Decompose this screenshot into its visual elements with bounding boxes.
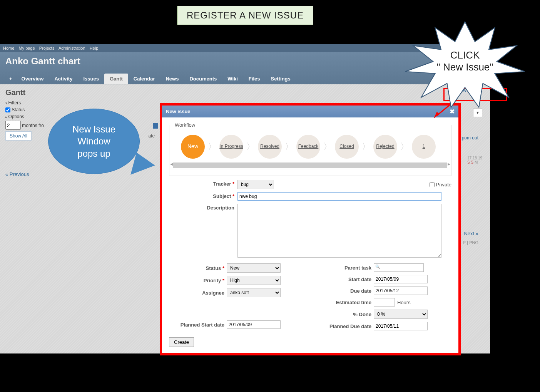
top-menu-projects[interactable]: Projects — [39, 46, 55, 50]
tab-settings[interactable]: Settings — [265, 74, 296, 84]
description-label: Description — [169, 204, 234, 259]
workflow-step-feedback[interactable]: Feedback — [296, 135, 320, 159]
tab-plus[interactable]: + — [5, 74, 16, 84]
status-checkbox[interactable] — [5, 107, 10, 112]
bubble-line: New Issue — [72, 124, 115, 134]
estimated-time-input[interactable] — [374, 298, 395, 307]
months-label: months fro — [22, 123, 44, 128]
tab-documents[interactable]: Documents — [184, 74, 222, 84]
top-menu-mypage[interactable]: My page — [18, 46, 35, 50]
tab-issues[interactable]: Issues — [78, 74, 104, 84]
show-all-button[interactable]: Show All — [5, 131, 32, 141]
assignee-select[interactable]: anko soft — [227, 288, 281, 297]
dialog-title-text: New issue — [166, 109, 191, 114]
priority-label: Priority * — [169, 278, 227, 283]
due-date-label: Due date — [316, 288, 374, 294]
cal-dow: M — [475, 160, 478, 164]
annotation-starburst: CLICK " New Issue" — [405, 19, 525, 108]
subject-input[interactable] — [237, 192, 441, 201]
assignee-label: Assignee — [169, 290, 227, 296]
svg-marker-2 — [434, 112, 439, 119]
top-menu-admin[interactable]: Administration — [59, 46, 85, 50]
slide-title: REGISTER A NEW ISSUE — [177, 6, 313, 25]
tracker-label: Tracker * — [169, 180, 234, 189]
tracker-select[interactable]: bug — [237, 180, 274, 189]
tab-activity[interactable]: Activity — [49, 74, 78, 84]
start-date-label: Start date — [316, 276, 374, 282]
estimated-time-label: Estimated time — [316, 300, 374, 305]
side-dropdown[interactable]: ▼ — [473, 109, 482, 117]
workflow-fieldset: Workflow New 〉 In Progress 〉 Resolved 〉 … — [169, 122, 451, 176]
tab-calendar[interactable]: Calendar — [128, 74, 160, 84]
planned-start-label: Planned Start date — [169, 322, 227, 328]
chevron-right-icon: 〉 — [400, 141, 409, 152]
previous-link[interactable]: « Previous — [5, 171, 29, 177]
start-date-input[interactable] — [374, 275, 428, 283]
export-links[interactable]: F | PNG — [463, 240, 478, 245]
top-menu-home[interactable]: Home — [3, 46, 14, 50]
tab-files[interactable]: Files — [243, 74, 266, 84]
cal-dow: S — [471, 160, 474, 164]
due-date-input[interactable] — [374, 286, 428, 295]
private-checkbox[interactable] — [430, 182, 435, 187]
tab-news[interactable]: News — [160, 74, 184, 84]
status-label: Status — [12, 107, 25, 112]
workflow-step-extra[interactable]: 1 — [412, 135, 436, 159]
chevron-right-icon: 〉 — [246, 141, 255, 152]
workflow-step-closed[interactable]: Closed — [335, 135, 359, 159]
cal-day: 17 — [467, 156, 471, 160]
top-menu-help[interactable]: Help — [90, 46, 99, 50]
planned-due-label: Planned Due date — [316, 323, 374, 329]
chevron-right-icon: 〉 — [323, 141, 332, 152]
zoom-out-link[interactable]: pom out — [462, 135, 478, 141]
workflow-scrollbar[interactable] — [173, 162, 447, 168]
new-issue-dialog: New issue ✖ Workflow New 〉 In Progress 〉… — [160, 103, 461, 355]
next-link[interactable]: Next » — [464, 231, 478, 236]
cal-day: 18 — [473, 156, 477, 160]
planned-start-input[interactable] — [227, 320, 281, 329]
description-textarea[interactable] — [237, 204, 441, 258]
subject-label: Subject * — [169, 192, 234, 201]
burst-line: " New Issue" — [436, 61, 493, 73]
workflow-legend: Workflow — [173, 122, 197, 128]
private-label: Private — [436, 182, 451, 188]
status-label2: Status * — [169, 265, 227, 271]
workflow-step-resolved[interactable]: Resolved — [258, 135, 282, 159]
pct-done-select[interactable]: 0 % — [374, 310, 428, 319]
parent-task-label: Parent task — [316, 265, 374, 271]
status-select[interactable]: New — [227, 263, 281, 273]
planned-due-input[interactable] — [374, 322, 428, 330]
bubble-line: pops up — [77, 148, 110, 159]
burst-line: CLICK — [450, 49, 480, 61]
save-icon[interactable] — [153, 123, 158, 129]
cal-day: 19 — [478, 156, 482, 160]
chevron-right-icon: 〉 — [285, 141, 293, 152]
tab-gantt[interactable]: Gantt — [104, 74, 128, 84]
cal-dow: S — [467, 160, 470, 164]
parent-task-input[interactable] — [374, 263, 424, 272]
tab-overview[interactable]: Overview — [16, 74, 49, 84]
create-button[interactable]: Create — [169, 337, 194, 347]
calendar-header: 17 18 19 S S M — [467, 156, 482, 164]
bubble-line: Window — [77, 136, 110, 146]
chevron-right-icon: 〉 — [362, 141, 370, 152]
chevron-right-icon: 〉 — [208, 141, 216, 152]
gantt-col-cut: ate — [148, 133, 155, 139]
tab-wiki[interactable]: Wiki — [222, 74, 243, 84]
pct-done-label: % Done — [316, 312, 374, 317]
hours-label: Hours — [397, 300, 411, 305]
months-input[interactable] — [5, 121, 21, 130]
priority-select[interactable]: High — [227, 276, 281, 285]
workflow-step-inprogress[interactable]: In Progress — [219, 135, 243, 159]
workflow-step-rejected[interactable]: Rejected — [373, 135, 397, 159]
annotation-bubble: New Issue Window pops up — [48, 109, 140, 182]
workflow-step-new[interactable]: New — [181, 135, 205, 159]
